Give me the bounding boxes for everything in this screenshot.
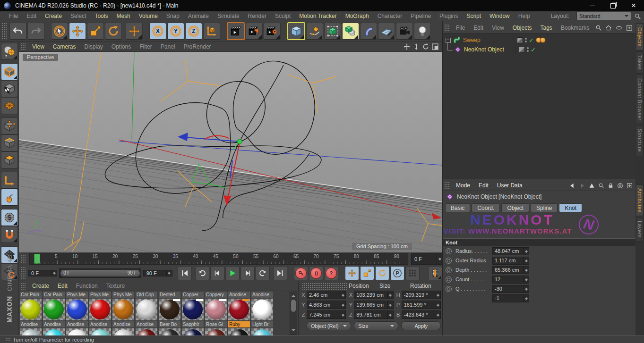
material-name-bottom[interactable]: Anodise xyxy=(66,321,88,327)
move-tool[interactable] xyxy=(69,23,86,40)
menu-item[interactable]: Animate xyxy=(184,13,213,19)
enabled-check-icon[interactable]: ✓ xyxy=(529,37,534,44)
visibility-dots-icon[interactable] xyxy=(527,47,529,52)
menu-item[interactable]: Simulate xyxy=(213,13,244,19)
lock-icon[interactable] xyxy=(608,183,614,189)
material-item-partial[interactable] xyxy=(182,328,204,336)
material-name-top[interactable]: Phys Me xyxy=(112,292,134,298)
coordinate-input[interactable]: 139.665 cm xyxy=(354,301,393,309)
coordinate-spinner[interactable] xyxy=(387,301,393,309)
menu-item[interactable]: File xyxy=(5,13,22,19)
coordinate-spinner[interactable] xyxy=(340,291,345,299)
parameter-input[interactable]: 1.117 cm xyxy=(492,257,529,265)
parameter-spinner[interactable] xyxy=(523,248,529,255)
last-used-tool-move[interactable] xyxy=(126,23,143,40)
zoom-view-icon[interactable] xyxy=(412,43,420,50)
keyframe-circle-icon[interactable] xyxy=(446,258,452,264)
toolbar-grip[interactable] xyxy=(1,22,8,40)
add-panel-icon[interactable] xyxy=(627,183,633,189)
coordinate-input[interactable]: -209.319 ° xyxy=(402,291,441,299)
viewport-menu-item[interactable]: Options xyxy=(107,43,135,50)
menu-item[interactable]: Pipeline xyxy=(406,13,435,19)
layout-dropdown[interactable]: Standard xyxy=(576,12,631,20)
viewport-menu-item[interactable]: View xyxy=(28,43,49,50)
dock-tab[interactable]: Takes xyxy=(636,51,644,74)
parameter-input[interactable]: -1 xyxy=(492,294,529,302)
range-start-spinner[interactable] xyxy=(51,270,57,276)
material-menu-item[interactable]: Create xyxy=(28,283,53,289)
parameter-spinner[interactable] xyxy=(523,257,529,264)
previous-frame-button[interactable] xyxy=(210,266,224,280)
history-forward-icon[interactable] xyxy=(579,183,585,189)
parameter-spinner[interactable] xyxy=(523,295,529,302)
menu-item[interactable]: MoGraph xyxy=(341,13,373,19)
coordinate-spinner[interactable] xyxy=(435,301,440,309)
dock-tab[interactable]: Attributes xyxy=(636,184,644,216)
material-thumbnail[interactable] xyxy=(20,299,42,320)
rotate-view-icon[interactable] xyxy=(422,43,429,50)
material-item[interactable]: Coppery Rose Gl xyxy=(205,292,227,328)
parameter-input[interactable]: 48.047 cm xyxy=(492,247,529,255)
material-name-top[interactable]: Copper xyxy=(182,292,204,298)
bend-deformer-button[interactable] xyxy=(360,23,377,40)
coordinate-input[interactable]: 2.46 cm xyxy=(307,291,346,299)
menu-item[interactable]: Character xyxy=(373,13,407,19)
play-mode-button[interactable] xyxy=(256,266,270,280)
toggle-views-icon[interactable] xyxy=(431,43,439,50)
scrollbar-thumb[interactable] xyxy=(291,300,296,312)
go-to-end-button[interactable] xyxy=(273,266,287,280)
material-name-bottom[interactable]: Anodise xyxy=(89,321,111,327)
play-backwards-button[interactable] xyxy=(195,266,209,280)
material-name-bottom[interactable]: Rose Gl xyxy=(205,321,227,327)
z-axis-lock-button[interactable]: Z xyxy=(185,23,202,40)
coordinate-input[interactable]: -423.643 ° xyxy=(402,310,441,319)
attribute-grip[interactable] xyxy=(444,181,450,190)
menu-item[interactable]: Edit xyxy=(22,13,41,19)
rotate-tool[interactable] xyxy=(105,23,122,40)
coordinate-input[interactable]: 4.863 cm xyxy=(307,301,346,309)
material-name-bottom[interactable]: Ruby xyxy=(228,321,250,327)
workplane-mode-button[interactable] xyxy=(1,97,18,114)
attribute-tab[interactable]: Object xyxy=(501,203,529,212)
autokeying-button[interactable]: ( ) xyxy=(309,266,323,280)
material-name-top[interactable]: Dented xyxy=(159,292,180,298)
material-item-partial[interactable] xyxy=(66,328,88,336)
add-cube-primitive-button[interactable] xyxy=(287,22,305,40)
material-item[interactable]: Anodise Ruby xyxy=(228,292,250,328)
play-button[interactable] xyxy=(225,266,240,280)
subdivision-surface-button[interactable] xyxy=(324,23,341,40)
coordinate-spinner[interactable] xyxy=(435,311,440,318)
key-point-level-toggle[interactable] xyxy=(405,266,420,280)
material-item[interactable]: Old Cop Anodise xyxy=(136,292,157,328)
light-button[interactable] xyxy=(414,23,431,40)
minimize-button[interactable] xyxy=(582,0,602,11)
material-scrollbar[interactable] xyxy=(290,292,297,335)
menu-item[interactable]: Window xyxy=(485,13,514,19)
y-axis-lock-button[interactable]: Y xyxy=(167,23,184,40)
scale-tool[interactable] xyxy=(87,23,104,40)
size-mode-dropdown[interactable]: Size xyxy=(354,321,398,330)
material-thumbnail[interactable] xyxy=(182,299,204,320)
viewport-grip[interactable] xyxy=(20,42,26,50)
material-thumbnail[interactable] xyxy=(89,299,111,320)
coordinate-spinner[interactable] xyxy=(435,291,440,299)
keyframe-circle-icon[interactable] xyxy=(446,267,452,273)
object-manager-menu-item[interactable]: Edit xyxy=(469,25,488,31)
render-to-picture-viewer-button[interactable] xyxy=(246,23,263,40)
coordinate-input[interactable]: 7.245 cm xyxy=(307,310,346,319)
menu-item[interactable]: Motion Tracker xyxy=(295,13,341,19)
timeline-ruler[interactable]: 051015202530354045505560657075808590 xyxy=(29,253,408,265)
material-name-top[interactable]: Anodise xyxy=(228,292,250,298)
material-item-partial[interactable] xyxy=(20,328,42,336)
go-to-start-button[interactable] xyxy=(178,266,192,280)
material-name-bottom[interactable]: Anodise xyxy=(43,321,65,327)
material-name-top[interactable]: Anodise xyxy=(251,292,273,298)
spline-pen-button[interactable] xyxy=(306,23,323,40)
material-item-partial[interactable] xyxy=(43,328,65,336)
object-manager-menu-item[interactable]: View xyxy=(488,25,508,31)
x-axis-lock-button[interactable]: X xyxy=(149,23,166,40)
object-manager-menu-item[interactable]: Bookmarks xyxy=(557,25,593,31)
magnet-tool-button[interactable] xyxy=(1,226,18,243)
menu-item[interactable]: Tools xyxy=(90,13,112,19)
animbar-grip[interactable] xyxy=(20,266,26,280)
